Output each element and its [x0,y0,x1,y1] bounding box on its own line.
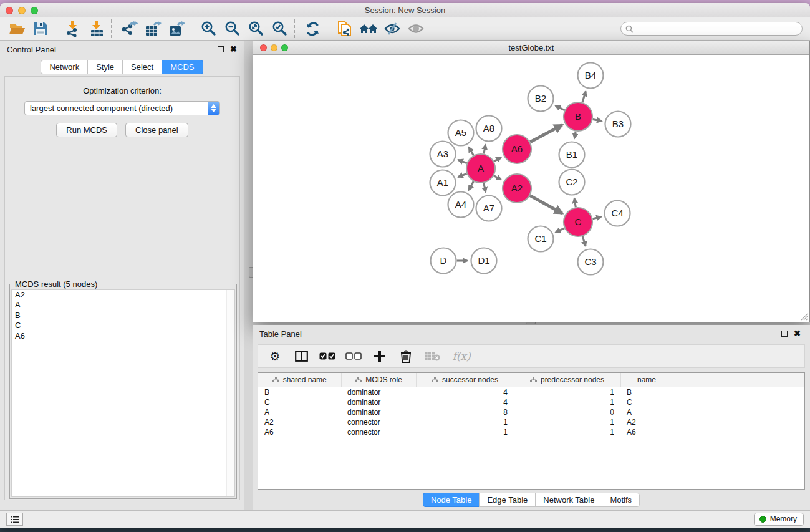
graph-node-A2[interactable]: A2 [503,174,531,203]
table-cell[interactable]: 1 [416,427,514,437]
mcds-result-item[interactable]: B [12,311,234,321]
table-cell[interactable]: B [620,387,673,397]
table-cell[interactable]: dominator [341,397,416,407]
tab-network[interactable]: Network [41,60,88,74]
search-input[interactable] [637,24,798,33]
table-tab-network-table[interactable]: Network Table [535,493,602,507]
memory-button[interactable]: Memory [754,513,804,526]
graph-node-D1[interactable]: D1 [471,248,497,274]
graph-edge-B-B1[interactable] [574,132,576,138]
import-table-button[interactable] [85,19,108,39]
graph-edge-A6-B[interactable] [530,125,562,142]
table-settings-button[interactable]: ⚙ [264,347,286,365]
criterion-select[interactable]: largest connected component (directed) [24,101,220,115]
table-cell[interactable]: B [258,387,341,397]
graph-node-B1[interactable]: B1 [559,142,585,168]
resize-grip-icon[interactable] [800,312,808,321]
node-table[interactable]: shared nameMCDS rolesuccessor nodesprede… [258,372,805,490]
table-cell[interactable]: 1 [514,387,620,397]
select-all-columns-button[interactable] [317,347,338,365]
list-scrollbar[interactable] [226,290,234,496]
home-button[interactable] [357,19,380,39]
close-table-panel-icon[interactable]: ✖ [794,331,801,337]
table-cell[interactable]: A6 [258,427,341,437]
graph-edge-A-A2[interactable] [494,176,501,180]
zoom-out-button[interactable] [221,19,244,39]
export-image-button[interactable] [165,19,188,39]
graph-edge-A-A7[interactable] [484,183,486,193]
table-cell[interactable]: dominator [341,387,416,397]
export-table-button[interactable] [141,19,165,39]
delete-columns-button[interactable] [395,347,417,365]
graph-node-D[interactable]: D [431,248,456,274]
close-panel-icon[interactable]: ✖ [230,46,237,52]
graph-edge-B-B2[interactable] [556,106,565,110]
graph-node-B4[interactable]: B4 [578,63,604,89]
graph-node-A5[interactable]: A5 [448,120,474,146]
mcds-result-item[interactable]: C [12,321,234,331]
table-tab-node-table[interactable]: Node Table [423,493,480,507]
table-cell[interactable]: A2 [258,417,341,427]
zoom-selected-button[interactable] [268,19,292,39]
tab-style[interactable]: Style [87,60,123,74]
close-network-window-icon[interactable] [260,44,267,51]
float-table-panel-icon[interactable] [781,331,788,337]
import-network-button[interactable] [61,19,85,39]
table-cell[interactable]: 0 [514,407,620,417]
graph-node-B3[interactable]: B3 [605,112,631,137]
column-header-successor-nodes[interactable]: successor nodes [416,373,514,387]
graph-node-C3[interactable]: C3 [578,249,604,275]
close-window-icon[interactable] [6,7,13,14]
graph-edge-C-C1[interactable] [556,228,564,232]
column-header-name[interactable]: name [620,373,673,387]
table-row[interactable]: Bdominator41B [258,387,804,397]
column-header-predecessor-nodes[interactable]: predecessor nodes [514,373,620,387]
graph-node-B2[interactable]: B2 [528,86,554,112]
table-cell[interactable]: 4 [416,387,514,397]
table-cell[interactable]: 4 [416,397,514,407]
table-cell[interactable]: A6 [620,427,673,437]
clone-network-button[interactable] [333,19,357,39]
zoom-network-window-icon[interactable] [281,44,288,51]
open-session-button[interactable] [5,19,29,39]
unselect-all-columns-button[interactable] [343,347,364,365]
tab-mcds[interactable]: MCDS [162,60,203,74]
graph-node-C1[interactable]: C1 [528,226,554,252]
graph-node-A8[interactable]: A8 [476,116,502,142]
table-cell[interactable]: connector [341,427,416,437]
task-history-button[interactable] [6,513,23,526]
table-cell[interactable]: A [620,407,673,417]
graph-edge-B-B4[interactable] [582,91,586,102]
graph-node-A1[interactable]: A1 [430,170,456,196]
show-panels-button[interactable] [404,19,428,39]
graph-edge-A-A8[interactable] [484,145,486,154]
graph-edge-A-A1[interactable] [458,173,467,177]
table-cell[interactable]: C [620,397,673,407]
table-cell[interactable]: C [258,397,341,407]
graph-node-A7[interactable]: A7 [476,196,502,221]
close-panel-button[interactable]: Close panel [125,123,188,137]
zoom-fit-button[interactable] [244,19,268,39]
graph-edge-A-A4[interactable] [469,181,474,190]
graph-node-A6[interactable]: A6 [503,135,531,163]
save-session-button[interactable] [29,19,52,39]
function-builder-button[interactable]: f(x) [448,347,475,365]
hide-panels-button[interactable] [380,19,404,39]
graph-edge-A-A5[interactable] [469,147,473,155]
graph-edge-C-C4[interactable] [592,217,601,219]
table-row[interactable]: A2connector11A2 [258,417,804,427]
mcds-result-list[interactable]: A2ABCA6 [11,289,235,497]
show-columns-button[interactable] [291,347,312,365]
graph-node-A3[interactable]: A3 [430,142,456,167]
network-graph[interactable]: B4B2BB3A8A5A6A3B1AC2A1A2A4A7C4CC1C3DD1 [253,55,809,322]
table-cell[interactable]: A [258,407,341,417]
mcds-result-item[interactable]: A2 [12,290,234,300]
table-cell[interactable]: A2 [620,417,673,427]
minimize-network-window-icon[interactable] [271,44,277,51]
mcds-result-item[interactable]: A [12,300,234,310]
float-panel-icon[interactable] [218,46,224,52]
tab-select[interactable]: Select [122,60,162,74]
refresh-view-button[interactable] [301,19,324,39]
table-tab-motifs[interactable]: Motifs [602,493,640,507]
graph-edge-B-B3[interactable] [593,119,602,121]
